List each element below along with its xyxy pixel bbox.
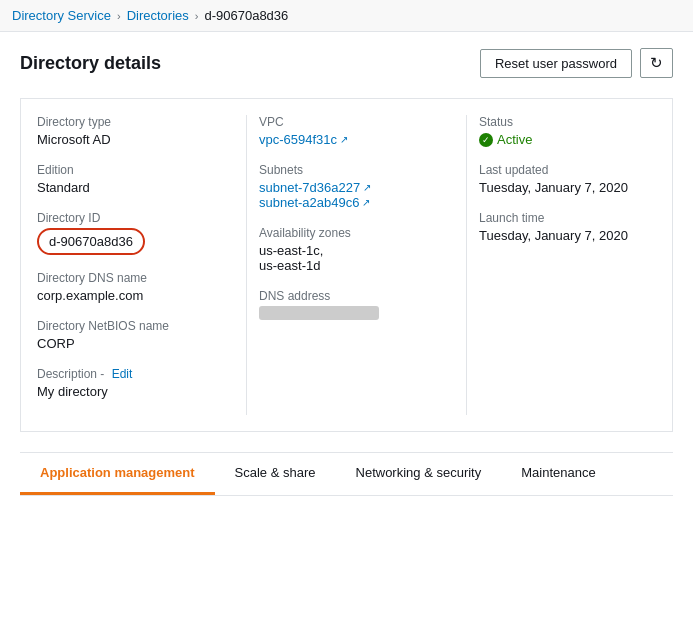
dns-address-blurred bbox=[259, 306, 379, 320]
external-link-icon: ↗ bbox=[340, 134, 348, 145]
description-value: My directory bbox=[37, 384, 234, 399]
subnets-item: Subnets subnet-7d36a227 ↗ subnet-a2ab49c… bbox=[259, 163, 454, 210]
refresh-icon: ↻ bbox=[650, 54, 663, 72]
last-updated-label: Last updated bbox=[479, 163, 656, 177]
tabs-row: Application management Scale & share Net… bbox=[20, 453, 673, 496]
main-content: Directory details Reset user password ↻ … bbox=[0, 32, 693, 512]
vpc-item: VPC vpc-6594f31c ↗ bbox=[259, 115, 454, 147]
refresh-button[interactable]: ↻ bbox=[640, 48, 673, 78]
launch-time-item: Launch time Tuesday, January 7, 2020 bbox=[479, 211, 656, 243]
last-updated-item: Last updated Tuesday, January 7, 2020 bbox=[479, 163, 656, 195]
details-grid: Directory type Microsoft AD Edition Stan… bbox=[20, 98, 673, 432]
netbios-value: CORP bbox=[37, 336, 234, 351]
directory-id-value: d-90670a8d36 bbox=[37, 228, 145, 255]
netbios-item: Directory NetBIOS name CORP bbox=[37, 319, 234, 351]
description-item: Description - Edit My directory bbox=[37, 367, 234, 399]
breadcrumb-sep-1: › bbox=[117, 10, 121, 22]
dns-address-item: DNS address bbox=[259, 289, 454, 323]
az-label: Availability zones bbox=[259, 226, 454, 240]
description-label: Description - Edit bbox=[37, 367, 234, 381]
last-updated-value: Tuesday, January 7, 2020 bbox=[479, 180, 656, 195]
dns-name-label: Directory DNS name bbox=[37, 271, 234, 285]
details-col-2: VPC vpc-6594f31c ↗ Subnets subnet-7d36a2… bbox=[247, 115, 467, 415]
header-actions: Reset user password ↻ bbox=[480, 48, 673, 78]
subnet-1-external-icon: ↗ bbox=[363, 182, 371, 193]
breadcrumb-directory-service[interactable]: Directory Service bbox=[12, 8, 111, 23]
breadcrumb: Directory Service › Directories › d-9067… bbox=[0, 0, 693, 32]
subnet-1-link[interactable]: subnet-7d36a227 ↗ bbox=[259, 180, 371, 195]
subnet-2-external-icon: ↗ bbox=[362, 197, 370, 208]
edition-label: Edition bbox=[37, 163, 234, 177]
directory-type-value: Microsoft AD bbox=[37, 132, 234, 147]
status-active-icon: ✓ bbox=[479, 133, 493, 147]
tab-scale-share[interactable]: Scale & share bbox=[215, 453, 336, 495]
directory-id-item: Directory ID d-90670a8d36 bbox=[37, 211, 234, 255]
status-label: Status bbox=[479, 115, 656, 129]
dns-address-label: DNS address bbox=[259, 289, 454, 303]
netbios-label: Directory NetBIOS name bbox=[37, 319, 234, 333]
edition-item: Edition Standard bbox=[37, 163, 234, 195]
subnets-values: subnet-7d36a227 ↗ subnet-a2ab49c6 ↗ bbox=[259, 180, 454, 210]
vpc-link[interactable]: vpc-6594f31c ↗ bbox=[259, 132, 348, 147]
breadcrumb-sep-2: › bbox=[195, 10, 199, 22]
details-col-3: Status ✓ Active Last updated Tuesday, Ja… bbox=[467, 115, 656, 415]
subnet-2-link[interactable]: subnet-a2ab49c6 ↗ bbox=[259, 195, 370, 210]
launch-time-value: Tuesday, January 7, 2020 bbox=[479, 228, 656, 243]
directory-id-label: Directory ID bbox=[37, 211, 234, 225]
az-item: Availability zones us-east-1c, us-east-1… bbox=[259, 226, 454, 273]
dns-name-item: Directory DNS name corp.example.com bbox=[37, 271, 234, 303]
tab-maintenance[interactable]: Maintenance bbox=[501, 453, 615, 495]
tab-networking-security[interactable]: Networking & security bbox=[336, 453, 502, 495]
page-title: Directory details bbox=[20, 53, 161, 74]
edit-description-link[interactable]: Edit bbox=[112, 367, 133, 381]
tabs-container: Application management Scale & share Net… bbox=[20, 452, 673, 496]
az-values: us-east-1c, us-east-1d bbox=[259, 243, 454, 273]
status-value: ✓ Active bbox=[479, 132, 656, 147]
vpc-value: vpc-6594f31c ↗ bbox=[259, 132, 454, 147]
breadcrumb-directories[interactable]: Directories bbox=[127, 8, 189, 23]
header-row: Directory details Reset user password ↻ bbox=[20, 48, 673, 78]
vpc-label: VPC bbox=[259, 115, 454, 129]
status-item: Status ✓ Active bbox=[479, 115, 656, 147]
tab-application-management[interactable]: Application management bbox=[20, 453, 215, 495]
dns-name-value: corp.example.com bbox=[37, 288, 234, 303]
dns-address-value bbox=[259, 306, 454, 323]
subnets-label: Subnets bbox=[259, 163, 454, 177]
directory-type-item: Directory type Microsoft AD bbox=[37, 115, 234, 147]
reset-user-password-button[interactable]: Reset user password bbox=[480, 49, 632, 78]
directory-type-label: Directory type bbox=[37, 115, 234, 129]
launch-time-label: Launch time bbox=[479, 211, 656, 225]
breadcrumb-current: d-90670a8d36 bbox=[204, 8, 288, 23]
edition-value: Standard bbox=[37, 180, 234, 195]
details-col-1: Directory type Microsoft AD Edition Stan… bbox=[37, 115, 247, 415]
